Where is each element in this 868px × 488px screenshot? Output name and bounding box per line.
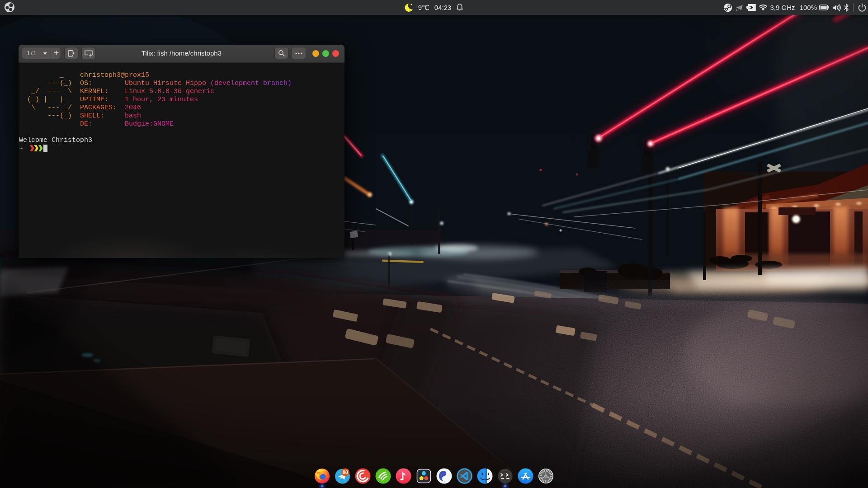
svg-text:80: 80 — [343, 469, 348, 475]
